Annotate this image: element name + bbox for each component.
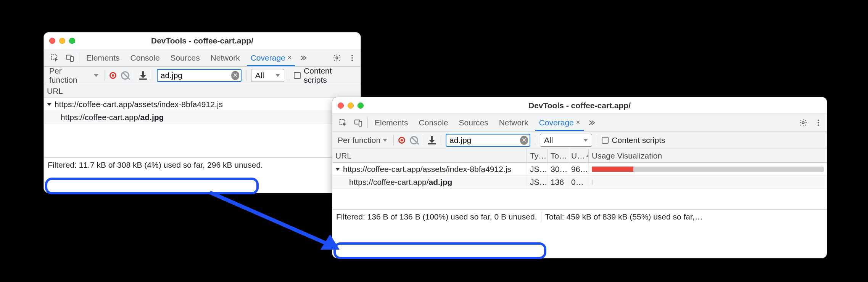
status-rest: 296 kB unused. [207,160,263,170]
url-text: https://coffee-cart.app/ [61,113,140,122]
table-row[interactable]: https://coffee-cart.app/ad.jpg JS… 136 0… [332,176,827,189]
inspect-icon[interactable] [335,114,351,131]
type-filter-select[interactable]: All [251,69,284,82]
type-cell: JS… [527,176,548,188]
clear-filter-icon[interactable]: ✕ [231,71,239,80]
tab-network[interactable]: Network [494,114,534,131]
clear-filter-icon[interactable]: ✕ [520,136,528,145]
tab-coverage[interactable]: Coverage× [534,114,586,131]
tab-label: Console [130,53,160,62]
checkbox-label: Content scripts [304,66,357,85]
empty-space [332,189,827,209]
tab-console[interactable]: Console [125,49,165,66]
tab-label: Elements [86,53,120,62]
type-cell: JS… [527,163,548,175]
separator [541,212,541,222]
record-icon[interactable] [110,72,116,79]
checkbox-icon[interactable] [602,137,609,144]
tab-sources[interactable]: Sources [454,114,494,131]
clear-icon[interactable] [410,136,418,144]
select-label: All [544,136,553,145]
separator [289,70,289,81]
close-tab-icon[interactable]: × [288,54,292,62]
filter-text[interactable] [446,136,520,145]
separator [152,70,152,81]
separator [597,135,597,146]
chevron-down-icon [94,74,98,77]
type-filter-select[interactable]: All [540,134,592,147]
column-usage[interactable]: Usage Visualization [589,149,827,162]
content-scripts-toggle[interactable]: Content scripts [294,66,357,85]
inspect-icon[interactable] [47,49,62,66]
status-bar: Filtered: 136 B of 136 B (100%) used so … [332,209,827,224]
filter-text[interactable] [158,71,231,80]
devtools-window-left: DevTools - coffee-cart.app/ Elements Con… [43,32,361,193]
device-toolbar-icon[interactable] [351,114,366,131]
sort-asc-icon [586,154,589,157]
titlebar: DevTools - coffee-cart.app/ [44,32,361,49]
column-type[interactable]: Ty… [527,149,548,162]
svg-point-4 [351,54,353,56]
table-row[interactable]: https://coffee-cart.app/assets/index-8bf… [44,98,361,111]
kebab-menu-icon[interactable] [347,54,358,62]
column-total[interactable]: To… [548,149,568,162]
close-tab-icon[interactable]: × [576,119,580,127]
url-filter-input[interactable]: ✕ [446,134,530,147]
usage-cell [589,176,827,188]
device-toolbar-icon[interactable] [62,49,77,66]
separator [134,70,134,81]
granularity-dropdown[interactable]: Per function [48,66,100,85]
status-filtered: Filtered: 136 B of 136 B (100%) used so … [336,212,537,221]
column-unused[interactable]: U… [568,149,589,162]
select-label: All [255,71,264,80]
column-url[interactable]: URL [332,149,527,162]
table-row[interactable]: https://coffee-cart.app/ad.jpg [44,111,361,124]
status-total: Total: 459 kB of 839 kB (55%) used so fa… [545,212,703,221]
svg-rect-9 [359,121,362,126]
svg-point-12 [818,122,819,123]
titlebar: DevTools - coffee-cart.app/ [332,97,827,114]
url-filter-input[interactable]: ✕ [157,69,242,82]
tab-sources[interactable]: Sources [165,49,205,66]
svg-point-13 [818,124,819,126]
tab-label: Coverage [251,53,285,62]
tab-label: Elements [375,118,408,127]
unused-cell: 0… [568,176,589,188]
tab-label: Console [419,118,448,127]
tab-network[interactable]: Network [205,49,245,66]
svg-point-3 [336,57,338,59]
tab-console[interactable]: Console [414,114,454,131]
column-url[interactable]: URL [44,84,361,98]
coverage-toolbar: Per function ✕ All Content scripts [332,131,827,149]
more-tabs-icon[interactable] [297,49,309,66]
disclosure-triangle-icon[interactable] [335,168,340,171]
record-icon[interactable] [398,137,405,144]
empty-space [44,124,361,157]
disclosure-triangle-icon[interactable] [47,103,52,106]
url-match: ad.jpg [140,113,164,122]
tab-coverage[interactable]: Coverage× [245,49,297,66]
granularity-dropdown[interactable]: Per function [336,136,389,145]
clear-icon[interactable] [121,71,129,80]
tab-elements[interactable]: Elements [81,49,125,66]
kebab-menu-icon[interactable] [813,119,824,127]
more-tabs-icon[interactable] [585,114,597,131]
export-icon[interactable] [428,136,436,144]
content-scripts-toggle[interactable]: Content scripts [602,136,665,145]
tab-label: Sources [171,53,200,62]
tab-label: Coverage [539,118,574,127]
coverage-toolbar: Per function ✕ All Content scripts [44,67,361,84]
export-icon[interactable] [139,71,147,80]
devtools-window-right: DevTools - coffee-cart.app/ Elements Con… [332,97,827,258]
settings-icon[interactable] [796,119,811,127]
separator [535,135,535,146]
checkbox-label: Content scripts [612,136,665,145]
status-bar: Filtered: 11.7 kB of 308 kB (4%) used so… [44,157,361,172]
checkbox-icon[interactable] [294,72,301,79]
table-row[interactable]: https://coffee-cart.app/assets/index-8bf… [332,163,827,176]
tab-elements[interactable]: Elements [369,114,414,131]
svg-point-6 [351,59,353,61]
dropdown-label: Per function [49,66,92,85]
settings-icon[interactable] [329,54,345,62]
separator [79,52,79,63]
